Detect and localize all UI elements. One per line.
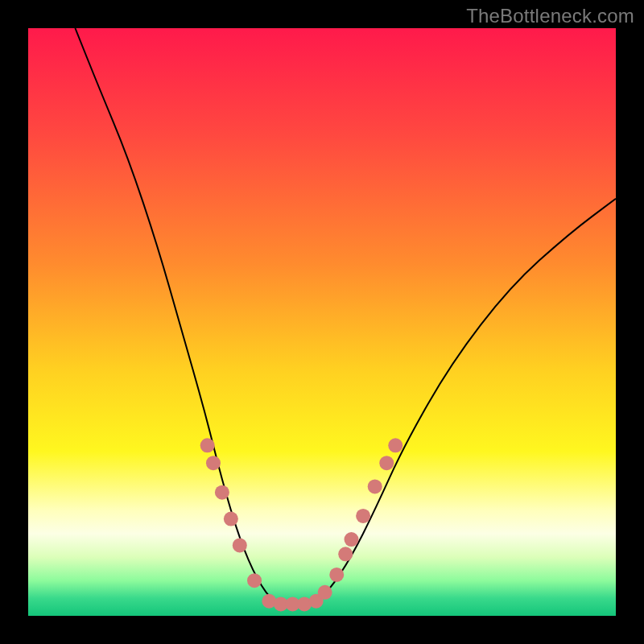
marker-dot bbox=[233, 538, 247, 552]
marker-dot bbox=[215, 485, 229, 500]
marker-dot bbox=[356, 509, 370, 523]
marker-dot bbox=[318, 585, 332, 600]
curve-markers bbox=[200, 438, 403, 611]
plot-area bbox=[28, 28, 616, 616]
chart-svg bbox=[28, 28, 616, 616]
marker-dot bbox=[368, 479, 382, 493]
marker-dot bbox=[329, 568, 344, 582]
marker-dot bbox=[206, 456, 221, 470]
watermark-text: TheBottleneck.com bbox=[466, 5, 634, 27]
bottleneck-curve bbox=[75, 28, 616, 604]
marker-dot bbox=[388, 438, 402, 452]
marker-dot bbox=[345, 532, 359, 547]
marker-dot bbox=[224, 512, 238, 526]
marker-dot bbox=[338, 547, 353, 561]
marker-dot bbox=[247, 573, 262, 588]
marker-dot bbox=[379, 456, 394, 470]
marker-dot bbox=[200, 438, 215, 452]
